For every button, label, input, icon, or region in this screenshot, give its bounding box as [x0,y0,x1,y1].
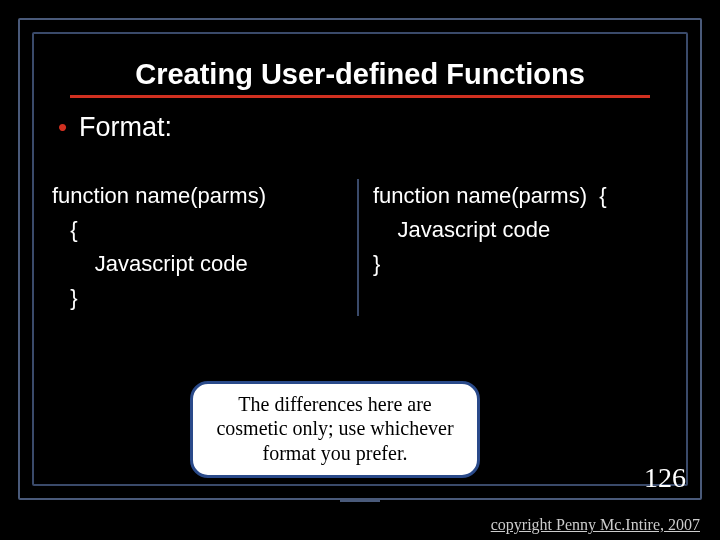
bullet-row: • Format: [58,112,670,143]
code-columns: function name(parms) { Javascript code }… [50,179,670,315]
callout-note: The differences here are cosmetic only; … [190,381,480,478]
code-example-right: function name(parms) { Javascript code } [359,179,670,315]
slide-number: 126 [644,462,686,494]
slide-title: Creating User-defined Functions [70,58,650,98]
bullet-text: Format: [79,112,172,143]
bullet-icon: • [58,112,67,143]
code-example-left: function name(parms) { Javascript code } [50,179,359,315]
bottom-notch [340,498,380,502]
copyright-text: copyright Penny Mc.Intire, 2007 [491,516,700,534]
